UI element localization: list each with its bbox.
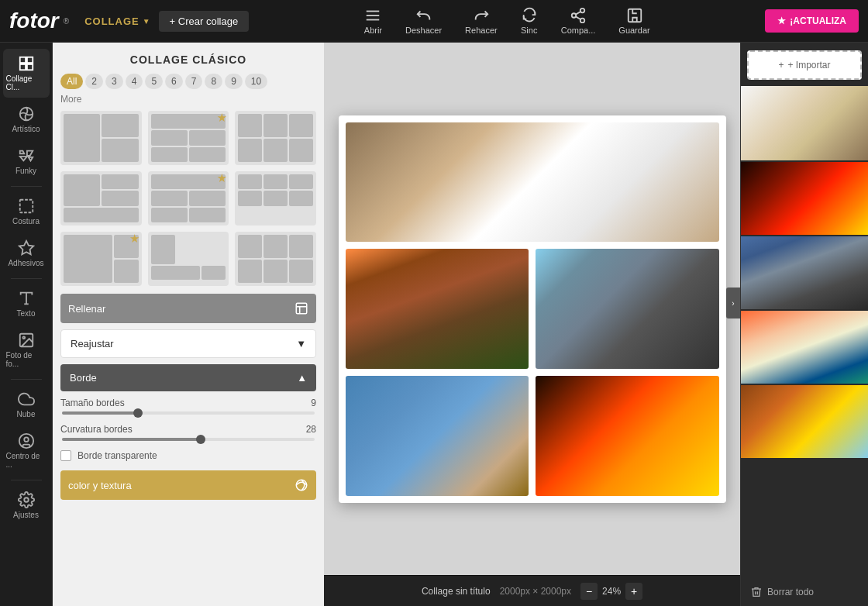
- undo-label: Deshacer: [405, 26, 442, 35]
- trash-icon: [750, 586, 763, 598]
- curvatura-slider[interactable]: [60, 438, 316, 441]
- nube-icon: [18, 391, 35, 408]
- filter-tab-5[interactable]: 5: [145, 74, 163, 89]
- sidebar-item-adhesivos[interactable]: Adhesivos: [3, 233, 50, 274]
- bottom-bar: Collage sin título 2000px × 2000px − 24%…: [324, 575, 740, 606]
- transparente-row[interactable]: Borde transparente: [60, 450, 316, 461]
- collage-cell-notebook[interactable]: [346, 122, 719, 243]
- layout-item[interactable]: [60, 171, 142, 226]
- undo-button[interactable]: Deshacer: [405, 7, 442, 35]
- adhesivos-icon: [18, 239, 35, 257]
- borde-label: Borde: [70, 372, 97, 384]
- filter-tab-4[interactable]: 4: [126, 74, 143, 89]
- filter-tab-all[interactable]: All: [60, 74, 83, 89]
- actualiza-button[interactable]: ★ ¡ACTUALIZA: [765, 9, 859, 33]
- zoom-percent: 24%: [602, 586, 621, 597]
- collage-cell-book[interactable]: [346, 376, 529, 496]
- transparente-checkbox[interactable]: [60, 450, 71, 461]
- sync-label: Sinc: [521, 26, 537, 35]
- filter-tab-7[interactable]: 7: [185, 74, 203, 89]
- funky-icon: [18, 147, 35, 164]
- sidebar-texto-label: Texto: [17, 309, 36, 318]
- svg-point-3: [580, 9, 585, 13]
- save-button[interactable]: Guardar: [618, 7, 649, 35]
- color-textura-button[interactable]: color y textura: [60, 470, 316, 500]
- share-button[interactable]: Compa...: [561, 7, 596, 35]
- menu-icon: [364, 7, 381, 24]
- filter-tab-2[interactable]: 2: [85, 74, 103, 89]
- collage-menu-button[interactable]: COLLAGE ▼: [84, 15, 150, 27]
- borde-header[interactable]: Borde ▲: [60, 364, 316, 391]
- transparente-label: Borde transparente: [78, 450, 157, 461]
- sidebar-funky-label: Funky: [16, 167, 36, 175]
- layout-item[interactable]: [148, 111, 229, 165]
- actualiza-label: ¡ACTUALIZA: [790, 15, 846, 26]
- sidebar-item-foto[interactable]: Foto de fo...: [3, 325, 50, 374]
- chevron-down-icon: ▼: [143, 17, 151, 26]
- redo-icon: [473, 7, 490, 24]
- svg-point-4: [572, 13, 577, 18]
- topbar: fotor® COLLAGE ▼ + Crear collage Abrir D…: [0, 0, 868, 43]
- layout-item[interactable]: [148, 171, 229, 226]
- collage-cell-fire[interactable]: [536, 376, 719, 496]
- curvatura-label-row: Curvatura bordes 28: [60, 424, 316, 435]
- panel: COLLAGE CLÁSICO All 2 3 4 5 6 7 8 9 10 M…: [53, 43, 324, 606]
- fill-button[interactable]: Rellenar: [60, 294, 316, 323]
- icon-bar: Collage Cl... Artístico Funky Costura Ad…: [0, 43, 53, 606]
- filter-tab-10[interactable]: 10: [245, 74, 267, 89]
- layout-item[interactable]: [235, 171, 316, 226]
- sidebar-item-nube[interactable]: Nube: [3, 384, 50, 425]
- sidebar-foto-label: Foto de fo...: [6, 351, 46, 368]
- logo-text: fotor: [9, 9, 59, 33]
- canvas-area: Collage sin título 2000px × 2000px − 24%…: [324, 43, 740, 606]
- import-plus-icon: +: [778, 60, 784, 71]
- layout-item[interactable]: [235, 232, 316, 286]
- sidebar-item-centro[interactable]: Centro de ...: [3, 426, 50, 475]
- thumbnail-sunset[interactable]: [741, 309, 868, 384]
- layout-item[interactable]: [60, 232, 142, 286]
- crear-collage-button[interactable]: + Crear collage: [159, 11, 250, 32]
- svg-rect-11: [19, 64, 25, 70]
- filter-tab-6[interactable]: 6: [165, 74, 183, 89]
- layout-item[interactable]: [60, 111, 142, 165]
- zoom-in-button[interactable]: +: [625, 583, 642, 600]
- sync-button[interactable]: Sinc: [521, 7, 538, 35]
- sidebar-item-costura[interactable]: Costura: [3, 191, 50, 232]
- filter-tab-8[interactable]: 8: [205, 74, 222, 89]
- texto-icon: [18, 290, 35, 307]
- reajustar-dropdown[interactable]: Reajustar ▼: [60, 329, 316, 358]
- undo-icon: [415, 7, 432, 24]
- import-button[interactable]: + + Importar: [747, 50, 862, 80]
- save-icon: [626, 7, 643, 24]
- svg-point-5: [580, 19, 585, 22]
- thumbnail-fire[interactable]: [741, 160, 868, 235]
- sidebar-item-collage[interactable]: Collage Cl...: [3, 49, 50, 98]
- layout-item[interactable]: [148, 232, 229, 286]
- sync-icon: [521, 7, 538, 24]
- tamano-slider[interactable]: [60, 411, 316, 415]
- fill-icon: [294, 301, 308, 315]
- sidebar-item-texto[interactable]: Texto: [3, 284, 50, 324]
- sidebar-item-ajustes[interactable]: Ajustes: [3, 485, 50, 525]
- collage-cell-climber[interactable]: [536, 249, 719, 369]
- redo-button[interactable]: Rehacer: [465, 7, 498, 35]
- open-button[interactable]: Abrir: [364, 7, 382, 35]
- sidebar-centro-label: Centro de ...: [6, 452, 46, 469]
- centro-icon: [18, 432, 35, 449]
- layout-item[interactable]: [235, 111, 316, 165]
- filter-tab-9[interactable]: 9: [225, 74, 243, 89]
- zoom-out-button[interactable]: −: [580, 583, 598, 600]
- sidebar-item-artistico[interactable]: Artístico: [3, 99, 50, 139]
- collage-cell-forest[interactable]: [346, 249, 529, 369]
- panel-collapse-button[interactable]: ›: [726, 288, 740, 318]
- thumbnail-last[interactable]: [741, 384, 868, 458]
- filter-tab-3[interactable]: 3: [105, 74, 123, 89]
- thumbnail-book[interactable]: [741, 86, 868, 160]
- collage-icon: [18, 55, 35, 72]
- delete-all-button[interactable]: Borrar todo: [741, 578, 868, 606]
- sidebar-adhesivos-label: Adhesivos: [8, 259, 43, 267]
- ajustes-icon: [18, 491, 35, 508]
- sidebar-item-funky[interactable]: Funky: [3, 141, 50, 181]
- thumbnail-cliff[interactable]: [741, 235, 868, 309]
- svg-line-7: [576, 12, 580, 15]
